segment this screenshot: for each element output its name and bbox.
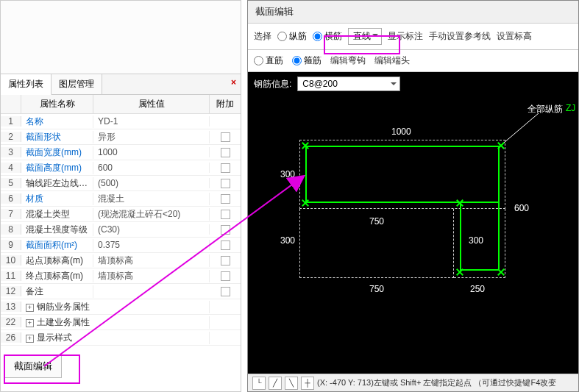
table-row[interactable]: 4截面高度(mm)600 [1, 160, 241, 176]
cross-tr [497, 141, 505, 150]
set-elev[interactable]: 设置标高 [497, 30, 532, 43]
row-num: 10 [1, 255, 21, 266]
prop-name[interactable]: 终点顶标高(m) [21, 270, 93, 282]
dim-300-r: 300 [469, 235, 483, 246]
section-edit-button[interactable]: 截面编辑 [4, 354, 62, 378]
prop-value[interactable]: 异形 [93, 131, 210, 143]
label-all-vertical: 全部纵筋 [528, 103, 563, 115]
row-num: 11 [1, 271, 21, 281]
prop-value[interactable]: (500) [93, 178, 210, 188]
checkbox[interactable] [221, 225, 230, 235]
checkbox[interactable] [221, 287, 230, 296]
table-row[interactable]: 6材质混凝土 [1, 191, 241, 207]
checkbox[interactable] [221, 194, 230, 204]
toolbar-1: 选择 纵筋 横筋 直线 显示标注 手动设置参考线 设置标高 [248, 24, 578, 50]
table-row[interactable]: 12备注 [1, 284, 241, 299]
table-row[interactable]: 5轴线距左边线…(500) [1, 176, 241, 191]
dim-300-l2: 300 [280, 235, 295, 246]
right-panel: 截面编辑 选择 纵筋 横筋 直线 显示标注 手动设置参考线 设置标高 直筋 箍筋… [247, 0, 579, 392]
radio-vertical[interactable]: 纵筋 [277, 30, 307, 43]
radio-horizontal[interactable]: 横筋 [313, 30, 342, 43]
prop-value[interactable]: 1000 [93, 147, 210, 157]
show-marker[interactable]: 显示标注 [388, 30, 423, 43]
rebar-info-input[interactable]: C8@200 [297, 76, 400, 91]
checkbox[interactable] [221, 210, 230, 219]
prop-name[interactable]: 截面高度(mm) [21, 162, 93, 174]
checkbox[interactable] [221, 256, 230, 266]
label-zj: ZJ [566, 103, 575, 113]
prop-value[interactable]: 600 [93, 163, 210, 173]
prop-name[interactable]: 名称 [21, 115, 93, 128]
green-top [305, 146, 500, 203]
table-row[interactable]: 1名称YD-1 [1, 114, 241, 129]
prop-value[interactable]: 墙顶标高 [93, 270, 210, 282]
table-row[interactable]: 7混凝土类型(现浇混凝土碎石<20) [1, 207, 241, 222]
prop-group[interactable]: +显示样式 [21, 332, 210, 344]
checkbox[interactable] [221, 163, 230, 173]
prop-name[interactable]: 截面形状 [21, 131, 93, 143]
dim-1000: 1000 [391, 126, 411, 137]
edit-hook[interactable]: 编辑弯钩 [330, 54, 366, 67]
sb-icon-2[interactable]: ╱ [269, 377, 282, 390]
prop-name[interactable]: 截面宽度(mm) [21, 146, 93, 159]
prop-value[interactable]: (现浇混凝土碎石<20) [93, 208, 210, 221]
panel-title: 截面编辑 [248, 1, 578, 24]
prop-name[interactable]: 备注 [21, 285, 93, 298]
expand-icon[interactable]: + [26, 335, 34, 343]
prop-value[interactable]: 墙顶标高 [93, 254, 210, 267]
prop-value[interactable]: YD-1 [93, 116, 210, 126]
row-num: 5 [1, 178, 21, 188]
table-row[interactable]: 3截面宽度(mm)1000 [1, 145, 241, 160]
prop-name[interactable]: 材质 [21, 193, 93, 205]
tab-layers[interactable]: 图层管理 [51, 74, 102, 94]
table-row-expandable[interactable]: 22+土建业务属性 [1, 315, 241, 330]
table-row[interactable]: 11终点顶标高(m)墙顶标高 [1, 268, 241, 284]
table-row-expandable[interactable]: 13+钢筋业务属性 [1, 299, 241, 315]
row-num: 8 [1, 224, 21, 235]
manual-ref[interactable]: 手动设置参考线 [429, 30, 491, 43]
dim-750-t: 750 [369, 216, 384, 227]
prop-name[interactable]: 起点顶标高(m) [21, 254, 93, 267]
section-canvas[interactable]: 1000 300 300 750 300 600 750 250 全部纵筋 ZJ [248, 96, 578, 338]
grid-header: 属性名称 属性值 附加 [1, 95, 241, 114]
edit-end[interactable]: 编辑端头 [374, 54, 410, 67]
row-num: 22 [1, 317, 21, 327]
expand-icon[interactable]: + [26, 304, 34, 312]
prop-value[interactable]: 混凝土 [93, 193, 210, 205]
tab-properties[interactable]: 属性列表 [1, 74, 51, 95]
prop-name[interactable]: 截面面积(m²) [21, 239, 93, 252]
status-text: (X: -470 Y: 713)左键或 Shift+ 左键指定起点 （可通过快捷… [317, 377, 556, 388]
table-row-expandable[interactable]: 26+显示样式 [1, 330, 241, 346]
status-bar: └ ╱ ╲ ┼ (X: -470 Y: 713)左键或 Shift+ 左键指定起… [248, 374, 578, 391]
sb-icon-1[interactable]: └ [252, 377, 266, 390]
sb-icon-4[interactable]: ┼ [301, 377, 314, 390]
prop-value[interactable]: 0.375 [93, 240, 210, 250]
row-num: 26 [1, 332, 21, 343]
col-name: 属性名称 [21, 95, 93, 113]
table-row[interactable]: 10起点顶标高(m)墙顶标高 [1, 253, 241, 268]
table-row[interactable]: 2截面形状异形 [1, 129, 241, 145]
checkbox[interactable] [221, 148, 230, 157]
close-icon[interactable]: × [231, 77, 236, 88]
rebar-info-row: 钢筋信息: C8@200 [248, 72, 578, 96]
checkbox[interactable] [221, 179, 230, 188]
checkbox[interactable] [221, 240, 230, 250]
prop-value[interactable]: (C30) [93, 224, 210, 235]
sb-icon-3[interactable]: ╲ [285, 377, 298, 390]
prop-group[interactable]: +土建业务属性 [21, 316, 210, 329]
left-panel: × 属性列表 图层管理 属性名称 属性值 附加 1名称YD-12截面形状异形3截… [0, 0, 241, 392]
table-row[interactable]: 8混凝土强度等级(C30) [1, 222, 241, 238]
prop-name[interactable]: 轴线距左边线… [21, 177, 93, 190]
radio-stirrup[interactable]: 箍筋 [292, 54, 322, 67]
table-row[interactable]: 9截面面积(m²)0.375 [1, 238, 241, 253]
line-select[interactable]: 直线 [348, 28, 382, 45]
expand-icon[interactable]: + [26, 319, 34, 327]
checkbox[interactable] [221, 271, 230, 281]
radio-straight[interactable]: 直筋 [254, 54, 283, 67]
prop-name[interactable]: 混凝土类型 [21, 208, 93, 221]
checkbox[interactable] [221, 132, 230, 142]
prop-group[interactable]: +钢筋业务属性 [21, 301, 210, 313]
select-label[interactable]: 选择 [254, 30, 271, 43]
prop-name[interactable]: 混凝土强度等级 [21, 224, 93, 236]
blank-area [1, 1, 241, 74]
